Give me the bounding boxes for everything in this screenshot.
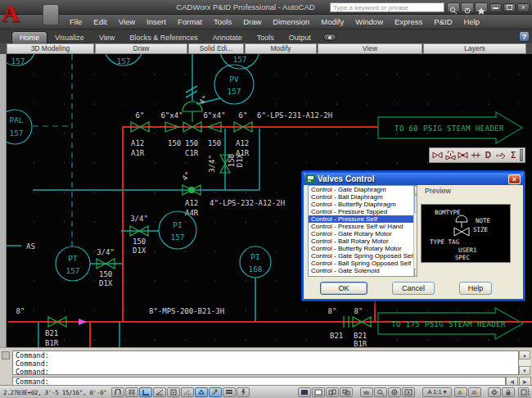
menu-help[interactable]: Help [458,17,486,26]
valve-type-list[interactable]: Control - Gate Diaphragm Control - Ball … [308,185,417,277]
scroll-up-icon[interactable]: ▲ [519,351,530,360]
panel-draw[interactable]: Draw [95,43,187,54]
cancel-button[interactable]: Cancel [392,282,435,295]
label-150: 150 [168,139,181,147]
otrack-button[interactable] [181,387,194,397]
panel-view[interactable]: View [318,43,422,54]
menu-draw[interactable]: Draw [237,17,267,26]
quick-view-layouts-button[interactable] [326,387,339,397]
list-item-selected[interactable]: Control - Pressure Self [309,215,417,223]
menu-edit[interactable]: Edit [88,17,112,26]
tab-home[interactable]: Home [11,31,47,43]
pan-icon[interactable] [360,387,373,397]
dialog-close-icon[interactable]: × [508,174,521,184]
panel-3d-modeling[interactable]: 3D Modeling [7,43,94,54]
list-item[interactable]: Control - Ball Spring Opposed Self [309,260,417,267]
list-item[interactable]: Control - Ball Solenoid [309,274,417,277]
scroll-thumb[interactable] [414,195,417,213]
command-window-icon[interactable] [2,351,10,360]
qp-button[interactable] [237,387,250,397]
menu-dimension[interactable]: Dimension [267,17,315,26]
help-button[interactable]: Help [459,282,492,295]
tab-visualize[interactable]: Visualize [47,32,92,43]
tab-output[interactable]: Output [282,32,318,43]
annotation-visibility-button[interactable]: A [454,387,467,397]
list-item[interactable]: Control - Butterfly Diaphragm [309,201,417,208]
menu-insert[interactable]: Insert [141,17,172,26]
autoscale-button[interactable]: A [468,387,481,397]
menu-file[interactable]: File [64,17,88,26]
list-item[interactable]: Control - Ball Diaphragm [309,193,417,201]
resize-grip[interactable] [523,390,531,398]
list-item[interactable]: Control - Pressure Self w/ Hand [309,223,417,230]
annotation-scale-button[interactable]: A 1:1 ▾ [422,387,452,397]
toolbar-grip[interactable] [520,149,523,161]
menu-window[interactable]: Window [349,17,389,26]
model-button[interactable] [298,387,311,397]
list-scrollbar[interactable]: ▲ ▼ [413,186,417,277]
fitting-tool-icon[interactable] [470,149,481,161]
tab-tools[interactable]: Tools [250,32,282,43]
close-button[interactable]: × [517,3,530,12]
showmotion-icon[interactable] [402,387,415,397]
command-history[interactable]: Command: Command: Command: [12,351,519,375]
menu-modify[interactable]: Modify [315,17,349,26]
steering-wheel-icon[interactable] [388,387,401,397]
control-valve-tool-icon[interactable] [444,149,456,161]
maximize-button[interactable] [503,3,516,12]
lwt-button[interactable] [223,387,236,397]
minimize-button[interactable] [489,3,502,12]
tab-view[interactable]: View [92,32,122,43]
polar-button[interactable] [153,387,166,397]
panel-solid-editing[interactable]: Solid Edi... [188,43,244,54]
ok-button[interactable]: OK [320,282,367,295]
menu-tools[interactable]: Tools [208,17,237,26]
list-item[interactable]: Control - Gate Spring Opposed Self [309,252,417,260]
list-item[interactable]: Control - Gate Rotary Motor [309,230,417,237]
dyn-button[interactable] [209,387,222,397]
zoom-icon[interactable] [374,387,387,397]
layout-button[interactable] [312,387,325,397]
scroll-down-icon[interactable]: ▼ [414,269,417,277]
lock-icon[interactable] [502,387,515,397]
list-item[interactable]: Control - Pressure Tapped [309,208,417,215]
menu-pid[interactable]: P&ID [428,17,458,26]
quick-view-drawings-button[interactable] [340,387,353,397]
communication-center-icon[interactable] [461,2,474,12]
panel-modify[interactable]: Modify [245,43,317,54]
menu-view[interactable]: View [113,17,141,26]
dialog-title-bar[interactable]: Valves Control × [304,173,523,185]
menu-format[interactable]: Format [172,17,208,26]
list-item[interactable]: Control - Gate Diaphragm [309,186,417,193]
label-b1r-right: B1R [354,340,367,347]
ball-valve-tool-icon[interactable] [457,149,468,161]
list-item[interactable]: Control - Butterfly Rotary Motor [309,245,417,252]
favorites-star-icon[interactable] [475,2,488,12]
snap-button[interactable] [111,387,124,397]
sigma-tool[interactable]: Σ [507,149,519,161]
grid-button[interactable] [125,387,138,397]
search-icon[interactable] [447,2,460,12]
osnap-button[interactable] [167,387,180,397]
valve-tool-icon[interactable] [432,149,444,161]
ducs-button[interactable] [195,387,208,397]
ortho-button[interactable] [139,387,152,397]
menu-express[interactable]: Express [389,17,428,26]
scroll-up-icon[interactable]: ▲ [414,186,417,195]
scroll-down-icon[interactable]: ▼ [519,366,530,375]
autocad-logo[interactable]: A [2,0,29,28]
command-scrollbar[interactable]: ▲ ▼ [519,351,530,375]
list-item[interactable]: Control - Ball Rotary Motor [309,237,417,245]
tag-pt-num: 157 [65,266,79,275]
tab-blocks-references[interactable]: Blocks & References [122,32,205,43]
search-input[interactable] [330,2,444,12]
menu-browser-button[interactable] [43,4,59,25]
panel-layers[interactable]: Layers [423,43,526,54]
arrow-tool-icon[interactable] [495,149,507,161]
list-item[interactable]: Control - Gate Solenoid [309,267,417,274]
tab-annotate[interactable]: Annotate [205,32,250,43]
workspace-gear-icon[interactable] [488,387,501,397]
letter-d-tool[interactable]: D [482,149,494,161]
help-icon[interactable]: ? [519,31,530,42]
ribbon-minimize-button[interactable] [323,34,336,41]
